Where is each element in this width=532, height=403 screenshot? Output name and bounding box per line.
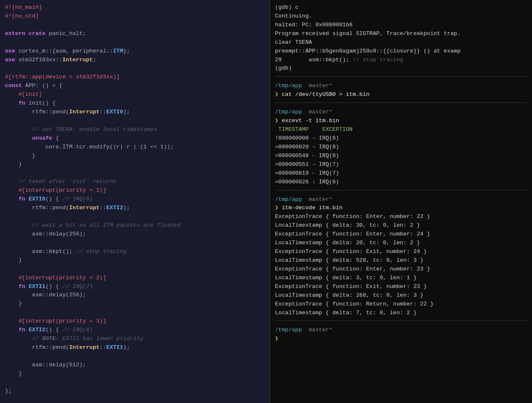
code-line: rtfm::pend(Interrupt::EXTI1); — [5, 343, 265, 352]
terminal-line: =000000819 ← IRQ(7) — [275, 169, 527, 178]
section-divider — [275, 320, 527, 321]
section-divider — [275, 103, 527, 103]
code-line — [5, 38, 265, 47]
code-line: } — [5, 152, 265, 160]
terminal-line: /tmp/app master* — [275, 108, 527, 117]
code-line: use stm32f103xx::Interrupt; — [5, 56, 265, 65]
terminal-section: /tmp/app master*❯ — [275, 326, 527, 343]
code-line: use cortex_m::{asm, peripheral::ITM}; — [5, 47, 265, 56]
terminal-line: ExceptionTrace { function: Exit, number:… — [275, 248, 527, 256]
section-divider — [275, 190, 527, 190]
code-line: rtfm::pend(Interrupt::EXTI2); — [5, 204, 265, 213]
code-line — [5, 265, 265, 274]
code-line: fn EXTI2() { // IRQ(8) — [5, 326, 265, 335]
terminal-line: =000000551 → IRQ(7) — [275, 160, 527, 169]
code-line: // set TSENA: enable local timestamps — [5, 125, 265, 134]
code-line: #[interrupt(priority = 3)] — [5, 317, 265, 326]
terminal-line: Continuing. — [275, 12, 527, 21]
code-line: #![no_std] — [5, 12, 265, 21]
code-line — [5, 308, 265, 317]
code-line: asm::bkpt(); // stop tracing — [5, 248, 265, 256]
code-line: fn EXTI0() { // IRQ(6) — [5, 195, 265, 204]
terminal-line: ❯ cat /dev/ttyUSB0 > itm.bin — [275, 90, 527, 99]
terminal-line: /tmp/app master* — [275, 326, 527, 335]
code-line: }; — [5, 387, 265, 396]
terminal-line: ❯ — [275, 335, 527, 343]
code-line: asm::delay(512); — [5, 361, 265, 370]
terminal-line: LocalTimestamp { delta: 7, tc: 0, len: 2… — [275, 309, 527, 318]
terminal-line: =000000826 ↓ IRQ(6) — [275, 178, 527, 187]
terminal-line: TIMESTAMP EXCEPTION — [275, 125, 527, 134]
terminal-line: ExceptionTrace { function: Enter, number… — [275, 230, 527, 239]
terminal-line: preempt::APP::b5gen0agamj259u9::{{closur… — [275, 47, 527, 56]
terminal-line: (gdb) — [275, 64, 527, 73]
code-line: asm::delay(256); — [5, 230, 265, 239]
code-line: asm::delay(256); — [5, 291, 265, 300]
terminal-line: LocalTimestamp { delta: 268, tc: 0, len:… — [275, 291, 527, 300]
terminal-output: (gdb) cContinuing.halted: PC: 0x0800001b… — [270, 0, 532, 403]
terminal-line: ExceptionTrace { function: Return, numbe… — [275, 300, 527, 309]
terminal-line: ExceptionTrace { function: Enter, number… — [275, 213, 527, 221]
code-line — [5, 378, 265, 387]
code-line: fn EXTI1() { // IRQ(7) — [5, 283, 265, 291]
code-line — [5, 239, 265, 248]
code-line: #[interrupt(priority = 2)] — [5, 274, 265, 283]
terminal-line: ExceptionTrace { function: Enter, number… — [275, 265, 527, 274]
code-line: const APP: () = { — [5, 82, 265, 90]
terminal-line: =000000020 → IRQ(8) — [275, 143, 527, 152]
terminal-line: !000000000 → IRQ(6) — [275, 134, 527, 143]
terminal-line: ❯ itm-decode itm.bin — [275, 204, 527, 213]
terminal-line: /tmp/app master* — [275, 195, 527, 204]
terminal-line: /tmp/app master* — [275, 82, 527, 90]
code-line: #[rtfm::app(device = stm32f103xx)] — [5, 73, 265, 82]
terminal-line: LocalTimestamp { delta: 30, tc: 0, len: … — [275, 221, 527, 230]
section-divider — [275, 76, 527, 77]
terminal-line: LocalTimestamp { delta: 528, tc: 0, len:… — [275, 256, 527, 265]
code-line: extern crate panic_halt; — [5, 30, 265, 38]
terminal-section: /tmp/app master*❯ cat /dev/ttyUSB0 > itm… — [275, 82, 527, 103]
code-line: unsafe { — [5, 134, 265, 143]
code-line — [5, 64, 265, 73]
code-line: rtfm::pend(Interrupt::EXTI0); — [5, 108, 265, 117]
code-line: } — [5, 370, 265, 378]
code-line: #![no_main] — [5, 3, 265, 12]
terminal-line: clear TSENA — [275, 38, 527, 47]
code-line: } — [5, 256, 265, 265]
terminal-section: /tmp/app master*❯ excevt -t itm.bin TIME… — [275, 108, 527, 190]
terminal-line: (gdb) c — [275, 3, 527, 12]
code-line — [5, 169, 265, 178]
code-line: core.ITM.tcr.modify(|r| r | (1 << 1)); — [5, 143, 265, 152]
code-line: } — [5, 160, 265, 169]
code-line — [5, 21, 265, 30]
code-line: #[init] — [5, 90, 265, 99]
terminal-line: =000000548 ← IRQ(8) — [275, 152, 527, 160]
code-line: // taken after `init` returns — [5, 178, 265, 186]
terminal-line: ❯ excevt -t itm.bin — [275, 117, 527, 125]
code-line — [5, 352, 265, 361]
code-editor: #![no_main]#![no_std] extern crate panic… — [0, 0, 270, 403]
code-line — [5, 213, 265, 221]
terminal-line: LocalTimestamp { delta: 3, tc: 0, len: 1… — [275, 274, 527, 283]
code-line — [5, 117, 265, 125]
code-line: // wait a bit so all ITM packets are flu… — [5, 221, 265, 230]
terminal-line: 29 asm::bkpt(); // stop tracing — [275, 56, 527, 65]
code-line: // NOTE: EXTI1 has lower priority — [5, 335, 265, 343]
terminal-line: halted: PC: 0x0800001b8 — [275, 21, 527, 30]
code-line: fn init() { — [5, 99, 265, 108]
code-line: } — [5, 300, 265, 308]
code-line: #[interrupt(priority = 1)] — [5, 186, 265, 195]
terminal-line: LocalTimestamp { delta: 20, tc: 0, len: … — [275, 239, 527, 248]
terminal-section: (gdb) cContinuing.halted: PC: 0x0800001b… — [275, 3, 527, 77]
terminal-line: ExceptionTrace { function: Exit, number:… — [275, 283, 527, 291]
terminal-section: /tmp/app master*❯ itm-decode itm.binExce… — [275, 195, 527, 321]
terminal-line: Program received signal SIGTRAP, Trace/b… — [275, 30, 527, 38]
